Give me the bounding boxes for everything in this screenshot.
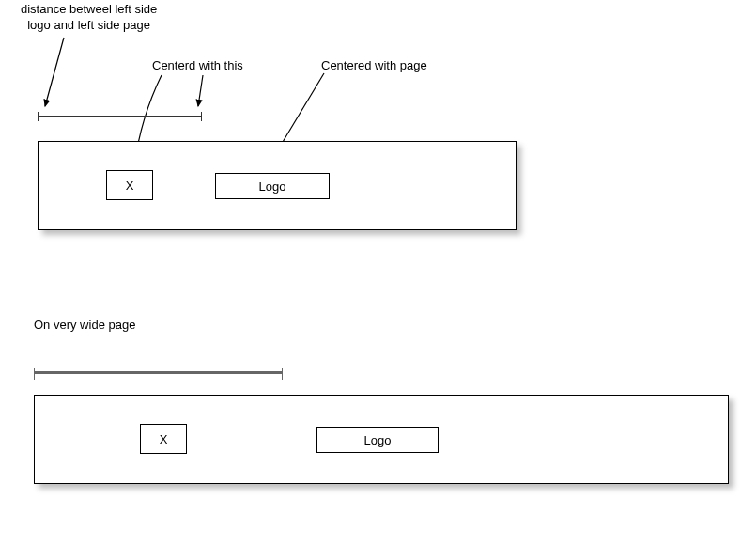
logo-label-2: Logo	[364, 433, 392, 447]
logo-box-1: Logo	[215, 173, 330, 199]
bracket-top	[38, 116, 202, 117]
page-box-1: X Logo	[38, 141, 517, 230]
annotation-distance: distance betweel left side logo and left…	[21, 2, 157, 34]
svg-line-1	[198, 75, 203, 106]
annotation-centered-logo: Centered with page	[321, 58, 427, 74]
svg-line-0	[45, 38, 64, 106]
x-label-2: X	[160, 432, 168, 446]
logo-box-2: Logo	[316, 427, 439, 453]
x-box-1: X	[106, 170, 153, 200]
page-box-2: X Logo	[34, 395, 729, 484]
x-label-1: X	[126, 179, 134, 193]
logo-label-1: Logo	[259, 179, 286, 194]
annotation-centered-x: Centerd with this	[152, 58, 243, 74]
x-box-2: X	[140, 424, 187, 454]
annotation-wide-page: On very wide page	[34, 318, 135, 334]
bracket-wide	[34, 371, 283, 374]
